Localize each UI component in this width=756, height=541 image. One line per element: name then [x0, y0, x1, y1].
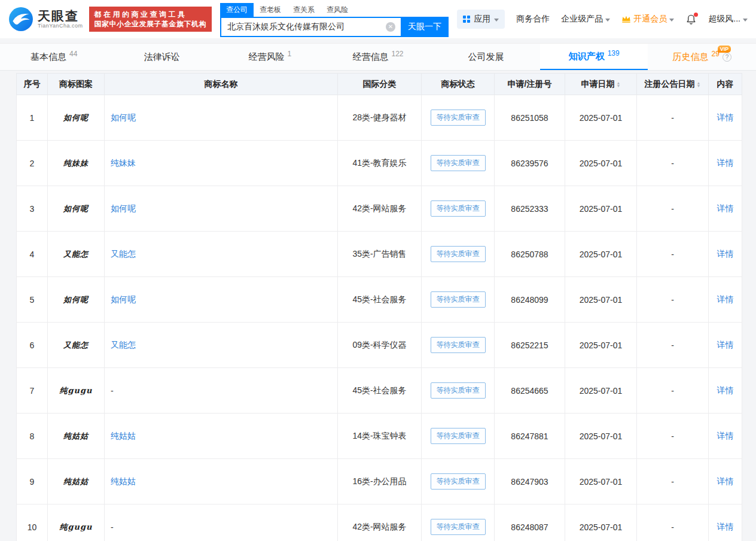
detail-link[interactable]: 详情: [717, 249, 734, 259]
search-type-tab[interactable]: 查关系: [287, 3, 321, 17]
row-number: 1: [17, 95, 48, 141]
tianyancha-logo[interactable]: 天眼查 TianYanCha.com: [8, 7, 83, 32]
detail-link[interactable]: 详情: [717, 431, 734, 440]
trademark-image-cell[interactable]: 又能怎: [48, 323, 105, 368]
business-cooperation-link[interactable]: 商务合作: [516, 14, 550, 25]
trademark-image[interactable]: 又能怎: [63, 341, 89, 349]
trademark-image[interactable]: 如何呢: [63, 113, 89, 122]
clear-icon[interactable]: ✕: [386, 22, 395, 32]
trademark-image-cell[interactable]: 纯gugu: [48, 504, 105, 541]
detail-link[interactable]: 详情: [717, 294, 734, 304]
bell-icon[interactable]: [685, 14, 697, 25]
intl-class: 41类-教育娱乐: [338, 141, 422, 186]
detail-link[interactable]: 详情: [717, 476, 734, 486]
detail-link[interactable]: 详情: [717, 158, 734, 168]
trademark-image-cell[interactable]: 如何呢: [48, 186, 105, 232]
section-tab[interactable]: VIP 历史信息 29 ?: [648, 44, 756, 70]
sort-icon[interactable]: ▲▼: [617, 81, 621, 87]
trademark-image[interactable]: 如何呢: [63, 295, 89, 304]
detail-link[interactable]: 详情: [717, 522, 734, 531]
trademark-image[interactable]: 纯妹妹: [63, 159, 89, 168]
row-number: 7: [17, 368, 48, 414]
column-header[interactable]: 国际分类▲▼: [338, 74, 422, 95]
table-row: 8 纯姑姑 纯姑姑 14类-珠宝钟表 等待实质审查 86247881 2025-…: [17, 414, 742, 459]
intl-class: 28类-健身器材: [338, 95, 422, 141]
trademark-image-cell[interactable]: 纯妹妹: [48, 141, 105, 186]
enterprise-products-link[interactable]: 企业级产品: [561, 14, 610, 25]
status-badge: 等待实质审查: [431, 110, 486, 126]
detail-link[interactable]: 详情: [717, 385, 734, 395]
trademark-image[interactable]: 如何呢: [63, 204, 89, 213]
detail-link[interactable]: 详情: [717, 113, 734, 122]
trademark-image-cell[interactable]: 如何呢: [48, 277, 105, 323]
apply-date: 2025-07-01: [565, 368, 637, 414]
trademark-name-link[interactable]: 如何呢: [111, 203, 136, 213]
row-number: 8: [17, 414, 48, 459]
search-button[interactable]: 天眼一下: [401, 17, 449, 37]
apply-date: 2025-07-01: [565, 277, 637, 323]
column-header[interactable]: 内容▲▼: [709, 74, 742, 95]
section-tab-label: 历史信息: [673, 51, 709, 63]
detail-link[interactable]: 详情: [717, 340, 734, 349]
reg-number: 86251058: [495, 95, 565, 141]
search-type-tab[interactable]: 查风险: [321, 3, 354, 17]
trademark-image-cell[interactable]: 如何呢: [48, 95, 105, 141]
help-icon[interactable]: ?: [723, 53, 731, 62]
section-tab-label: 知识产权: [569, 51, 605, 62]
username: 超级风...: [708, 14, 740, 25]
column-header[interactable]: 序号▲▼: [17, 74, 48, 95]
trademark-image[interactable]: 又能怎: [63, 250, 89, 259]
trademark-image-cell[interactable]: 纯姑姑: [48, 414, 105, 459]
trademark-name-link[interactable]: -: [111, 522, 114, 532]
section-tab[interactable]: 经营信息 122 ?: [324, 44, 432, 70]
column-header[interactable]: 申请/注册号▲▼: [495, 74, 565, 95]
section-tab[interactable]: 知识产权 139 ?: [540, 44, 648, 70]
trademark-name-link[interactable]: 纯姑姑: [111, 476, 136, 486]
search-type-tab[interactable]: 查老板: [254, 3, 287, 17]
row-number: 3: [17, 186, 48, 232]
section-tab[interactable]: 基本信息 44 ?: [0, 44, 108, 70]
trademark-image-cell[interactable]: 纯gugu: [48, 368, 105, 414]
column-header[interactable]: 商标图案▲▼: [48, 74, 105, 95]
trademark-name-link[interactable]: -: [111, 386, 114, 396]
tianyancha-logo-icon: [8, 7, 33, 32]
trademark-image[interactable]: 纯姑姑: [63, 431, 89, 440]
trademark-name-link[interactable]: 又能怎: [111, 340, 136, 349]
section-tab-count: 139: [608, 49, 620, 57]
trademark-image-cell[interactable]: 又能怎: [48, 232, 105, 277]
column-header[interactable]: 商标名称▲▼: [105, 74, 338, 95]
detail-link[interactable]: 详情: [717, 203, 734, 213]
trademark-image[interactable]: 纯gugu: [59, 522, 92, 531]
table-row: 1 如何呢 如何呢 28类-健身器材 等待实质审查 86251058 2025-…: [17, 95, 742, 141]
search-type-tab[interactable]: 查公司: [220, 3, 254, 17]
section-tab[interactable]: 法律诉讼 ?: [108, 44, 217, 70]
section-tab[interactable]: 经营风险 1 ?: [216, 44, 324, 70]
section-tab[interactable]: 公司发展 ?: [432, 44, 540, 70]
status-badge: 等待实质审查: [431, 473, 486, 490]
trademark-name-link[interactable]: 又能怎: [111, 249, 136, 259]
trademark-name-link[interactable]: 如何呢: [111, 113, 136, 122]
apply-date: 2025-07-01: [565, 95, 637, 141]
column-header[interactable]: 商标状态▲▼: [422, 74, 495, 95]
column-header[interactable]: 申请日期▲▼: [565, 74, 637, 95]
search-input[interactable]: [220, 17, 401, 37]
table-row: 4 又能怎 又能怎 35类-广告销售 等待实质审查 86250788 2025-…: [17, 232, 742, 277]
announce-date: -: [637, 504, 709, 541]
logo-brand-text: 天眼查: [38, 10, 83, 23]
trademark-name-link[interactable]: 纯姑姑: [111, 431, 136, 440]
intl-class: 14类-珠宝钟表: [338, 414, 422, 459]
trademark-image-cell[interactable]: 纯姑姑: [48, 459, 105, 504]
open-membership-link[interactable]: 开通会员: [621, 14, 674, 25]
apps-menu[interactable]: 应用: [457, 10, 505, 29]
status-badge: 等待实质审查: [431, 155, 486, 171]
trademark-image[interactable]: 纯gugu: [59, 386, 92, 395]
intl-class: 16类-办公用品: [338, 459, 422, 504]
column-header[interactable]: 注册公告日期▲▼: [637, 74, 709, 95]
slogan-line-1: 都在用的商业查询工具: [94, 10, 207, 19]
sort-icon[interactable]: ▲▼: [697, 81, 701, 87]
trademark-name-link[interactable]: 如何呢: [111, 294, 136, 304]
trademark-image[interactable]: 纯姑姑: [63, 477, 89, 486]
user-menu[interactable]: 超级风...: [708, 14, 748, 25]
trademark-name-link[interactable]: 纯妹妹: [111, 158, 136, 168]
status-badge: 等待实质审查: [431, 382, 486, 399]
